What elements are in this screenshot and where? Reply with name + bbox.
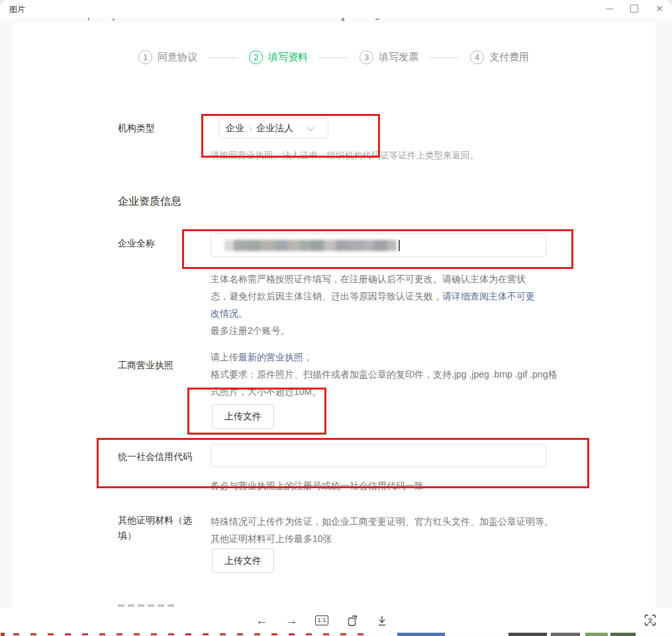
one-to-one-icon: 1:1	[315, 615, 329, 625]
clipped-image-top-strip	[0, 17, 672, 22]
rotate-icon	[346, 614, 359, 627]
minimize-icon	[606, 9, 613, 9]
breadcrumb-separator: ›	[249, 123, 252, 133]
note-text: 。	[238, 308, 248, 319]
maximize-button[interactable]	[622, 0, 647, 17]
close-button[interactable]: ✕	[647, 0, 672, 17]
org-type-value: 企业	[226, 123, 244, 134]
step-2-circle: 2	[249, 50, 263, 64]
desc-text: 请上传	[211, 352, 238, 362]
text-caret	[399, 240, 400, 251]
org-type-sub-value: 企业法人	[256, 123, 293, 134]
arrow-right-icon: →	[285, 614, 298, 627]
minimize-button[interactable]	[597, 0, 622, 17]
step-agree: 1 同意协议	[138, 50, 197, 64]
step-3-circle: 3	[360, 50, 373, 64]
title-bar: 图片 ✕	[0, 0, 672, 17]
org-type-label: 机构类型	[118, 121, 155, 136]
clipped-text-fragment	[118, 604, 174, 607]
account-limit-note: 最多注册2个账号。	[211, 322, 290, 339]
displayed-image: 1 同意协议 2 填写资料 3 填写发票 4 支付费用	[12, 23, 655, 608]
step-connector	[429, 57, 459, 58]
close-icon: ✕	[655, 4, 663, 13]
step-4-label: 支付费用	[489, 51, 529, 64]
step-connector	[208, 57, 238, 58]
other-materials-desc: 特殊情况可上传作为佐证，如企业工商变更证明、官方红头文件、加盖公章证明等。其他证…	[211, 513, 559, 547]
viewer-toolbar: ← → 1:1	[0, 608, 672, 633]
maximize-icon	[630, 5, 638, 13]
step-fill-info: 2 填写资料	[249, 50, 308, 64]
viewer-canvas: 1 同意协议 2 填写资料 3 填写发票 4 支付费用	[0, 17, 672, 633]
credit-code-hint: 务必与营业执照上的注册号或统一社会信用代码一致	[211, 477, 424, 494]
other-materials-label: 其他证明材料（选填）	[118, 513, 203, 543]
step-4-circle: 4	[470, 50, 484, 64]
step-invoice: 3 填写发票	[360, 50, 418, 64]
download-button[interactable]	[376, 615, 388, 627]
step-indicator: 1 同意协议 2 填写资料 3 填写发票 4 支付费用	[12, 50, 655, 64]
window-title: 图片	[9, 4, 25, 15]
section-title: 企业资质信息	[118, 195, 181, 209]
blur-blocks	[224, 240, 397, 251]
step-connector	[318, 57, 349, 58]
previous-image-button[interactable]: ←	[256, 614, 268, 627]
credit-code-label: 统一社会信用代码	[118, 449, 192, 464]
actual-size-button[interactable]: 1:1	[315, 615, 329, 625]
step-3-label: 填写发票	[379, 51, 418, 64]
upload-other-button[interactable]: 上传文件	[212, 549, 274, 573]
company-name-label: 企业全称	[118, 236, 155, 251]
step-2-label: 填写资料	[268, 51, 308, 64]
step-1-circle: 1	[138, 50, 152, 64]
arrow-left-icon: ←	[256, 614, 268, 627]
redacted-company-name	[224, 240, 400, 251]
org-type-dropdown[interactable]: 企业 › 企业法人	[218, 118, 328, 138]
image-viewer-window: 图片 ✕ 1 同意协议 2 填写资料	[0, 0, 672, 636]
credit-code-input[interactable]	[211, 444, 546, 467]
license-link[interactable]: 最新的营业执照	[238, 352, 303, 362]
step-1-label: 同意协议	[158, 51, 197, 64]
extract-text-button[interactable]: 文	[642, 612, 658, 628]
chevron-down-icon	[307, 123, 314, 131]
step-pay: 4 支付费用	[470, 50, 529, 64]
business-license-label: 工商营业执照	[118, 358, 173, 373]
upload-license-button[interactable]: 上传文件	[212, 404, 274, 429]
window-controls: ✕	[597, 0, 672, 17]
next-image-button[interactable]: →	[285, 614, 298, 627]
company-name-note: 主体名称需严格按照证件填写，在注册确认后不可更改。请确认主体为在营状态，避免付款…	[211, 270, 543, 322]
format-requirements: 格式要求：原件照片、扫描件或者加盖公章的复印件，支持.jpg .jpeg .bm…	[211, 369, 557, 397]
desktop-sliver	[0, 633, 672, 636]
rotate-button[interactable]	[346, 614, 359, 627]
company-name-input[interactable]	[211, 233, 546, 257]
download-icon	[376, 615, 388, 627]
business-license-desc: 请上传最新的营业执照， 格式要求：原件照片、扫描件或者加盖公章的复印件，支持.j…	[211, 348, 559, 400]
svg-text:文: 文	[647, 617, 653, 624]
desc-text: ，	[303, 352, 312, 362]
ocr-scan-icon: 文	[644, 613, 657, 627]
org-type-hint: 请按照营业执照、法人证书、组织机构代码证等证件上类型来返回。	[211, 150, 479, 162]
